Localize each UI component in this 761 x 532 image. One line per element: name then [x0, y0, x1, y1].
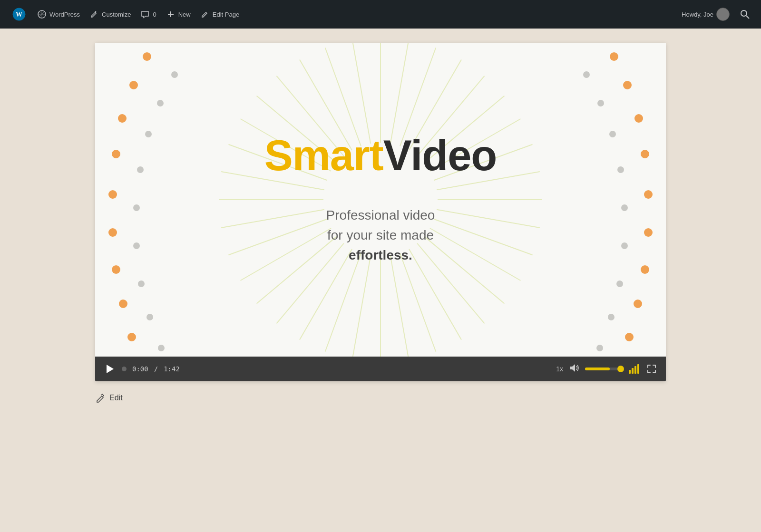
fullscreen-button[interactable]	[645, 362, 658, 376]
volume-slider[interactable]	[585, 368, 623, 370]
dot-gray	[609, 131, 616, 137]
dot-orange	[634, 114, 643, 123]
dot-gray	[608, 314, 615, 320]
dot-gray	[138, 281, 145, 287]
subtitle-line2: for your site made	[327, 228, 434, 242]
user-account-button[interactable]: Howdy, Joe	[677, 0, 734, 29]
new-button[interactable]: New	[161, 0, 195, 29]
user-greeting: Howdy, Joe	[682, 11, 713, 18]
dot-gray	[597, 100, 604, 106]
edit-link[interactable]: Edit	[95, 393, 666, 403]
new-label: New	[178, 11, 191, 18]
volume-handle	[617, 366, 624, 372]
dot-orange	[129, 81, 138, 89]
dot-orange	[118, 114, 127, 123]
dot-gray	[133, 204, 140, 211]
dot-orange	[641, 265, 649, 274]
dot-gray	[137, 166, 144, 173]
dot-orange	[610, 52, 618, 61]
site-icon	[37, 10, 47, 19]
dot-gray	[596, 345, 603, 351]
search-button[interactable]	[734, 0, 755, 29]
page-content: SmartVideo Professional video for your s…	[76, 29, 685, 417]
play-button[interactable]	[103, 362, 116, 376]
quality-bar-2	[632, 368, 634, 374]
dot-gray	[583, 71, 590, 78]
dot-orange	[112, 265, 120, 274]
site-name-label: WordPress	[49, 11, 80, 18]
dot-orange	[623, 81, 632, 89]
dot-orange	[143, 52, 151, 61]
svg-line-7	[746, 16, 749, 19]
video-controls-bar: 0:00 / 1:42 1x	[95, 357, 666, 381]
dot-gray	[133, 242, 140, 249]
svg-line-27	[352, 256, 371, 357]
comments-count: 0	[153, 11, 156, 18]
dot-orange	[108, 190, 117, 199]
dot-orange	[119, 300, 127, 308]
dot-orange	[634, 300, 642, 308]
dot-gray	[621, 204, 628, 211]
svg-line-43	[352, 43, 371, 144]
brand-video: Video	[383, 132, 497, 179]
avatar	[716, 8, 730, 21]
site-icon-button[interactable]: WordPress	[32, 0, 85, 29]
wp-logo-button[interactable]: W	[6, 0, 32, 29]
adminbar-right: Howdy, Joe	[677, 0, 755, 29]
brand-smart: Smart	[264, 132, 383, 179]
dot-orange	[644, 228, 653, 237]
quality-bars[interactable]	[629, 364, 639, 374]
dot-orange	[644, 190, 653, 199]
dot-gray	[621, 242, 628, 249]
dot-gray	[171, 71, 178, 78]
edit-pencil-icon	[95, 393, 106, 403]
speed-button[interactable]: 1x	[556, 365, 563, 373]
svg-marker-44	[570, 364, 575, 372]
svg-line-25	[390, 256, 409, 357]
svg-point-3	[95, 11, 97, 13]
total-time: 1:42	[164, 365, 180, 373]
brand-subtitle: Professional video for your site made ef…	[326, 205, 435, 265]
volume-fill	[585, 368, 610, 370]
time-separator: /	[154, 365, 158, 373]
dot-orange	[625, 333, 634, 341]
admin-bar: W WordPress Customize 0	[0, 0, 761, 29]
video-container: SmartVideo Professional video for your s…	[95, 43, 666, 381]
quality-bar-4	[637, 364, 639, 374]
dot-gray	[157, 100, 164, 106]
customize-label: Customize	[102, 11, 131, 18]
dot-gray	[158, 345, 165, 351]
dot-gray	[616, 281, 623, 287]
quality-bar-1	[629, 370, 631, 374]
wp-logo-icon: W	[10, 6, 28, 23]
svg-line-9	[390, 43, 409, 144]
brand-title: SmartVideo	[264, 134, 497, 177]
edit-icon	[200, 10, 210, 19]
edit-page-label: Edit Page	[213, 11, 239, 18]
dot-gray	[617, 166, 624, 173]
dot-orange	[641, 150, 649, 158]
video-stage[interactable]: SmartVideo Professional video for your s…	[95, 43, 666, 357]
edit-page-button[interactable]: Edit Page	[195, 0, 244, 29]
main-content: SmartVideo Professional video for your s…	[0, 0, 761, 532]
svg-line-28	[325, 253, 361, 352]
volume-icon	[569, 363, 579, 376]
dot-orange	[112, 150, 120, 158]
video-branding: SmartVideo Professional video for your s…	[264, 134, 497, 265]
progress-dot	[122, 367, 127, 371]
current-time: 0:00	[132, 365, 148, 373]
subtitle-bold: effortless.	[349, 248, 412, 262]
dot-orange	[108, 228, 117, 237]
svg-point-6	[741, 10, 747, 16]
comments-button[interactable]: 0	[136, 0, 161, 29]
comments-icon	[140, 10, 150, 19]
edit-label: Edit	[109, 394, 123, 402]
customize-button[interactable]: Customize	[85, 0, 136, 29]
subtitle-line1: Professional video	[326, 208, 435, 222]
dot-orange	[127, 333, 136, 341]
dot-gray	[146, 314, 153, 320]
plus-icon	[166, 10, 176, 19]
dot-gray	[145, 131, 152, 137]
customize-icon	[89, 10, 99, 19]
quality-bar-3	[634, 366, 636, 374]
